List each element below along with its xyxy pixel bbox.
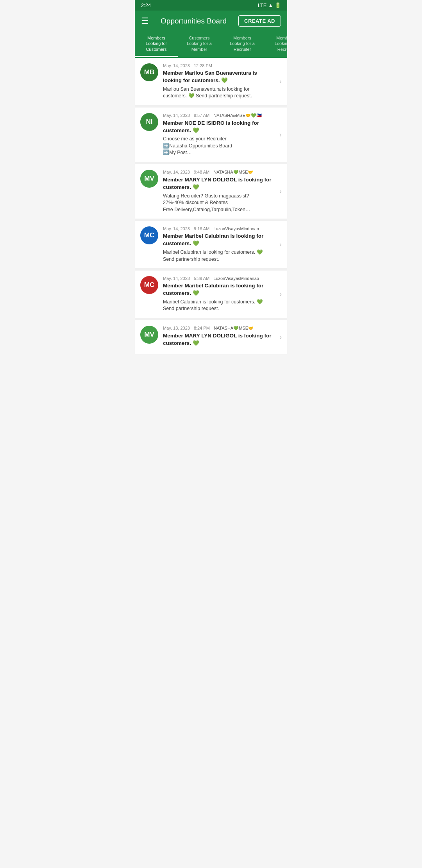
post-content: May. 14, 20239:48 AMNATASHA💚MSE🤝Member M… bbox=[163, 170, 275, 213]
post-body: Maribel Calubiran is looking for custome… bbox=[163, 299, 275, 312]
status-icons: LTE ▲ 🔋 bbox=[258, 2, 281, 8]
list-item[interactable]: MCMay. 14, 20239:16 AMLuzonVisayasMindan… bbox=[135, 221, 287, 268]
post-content: May. 13, 20238:24 PMNATASHA💚MSE🤝Member M… bbox=[163, 326, 275, 349]
post-date: May. 14, 2023 bbox=[163, 276, 190, 281]
post-time: 8:24 PM bbox=[194, 326, 210, 330]
post-meta: May. 14, 20239:48 AMNATASHA💚MSE🤝 bbox=[163, 170, 275, 175]
post-content: May. 14, 20239:57 AMNATASHA&MSE🤝💚🇵🇭Membe… bbox=[163, 113, 275, 156]
menu-icon[interactable]: ☰ bbox=[141, 16, 149, 26]
post-time: 9:16 AM bbox=[194, 226, 209, 231]
avatar: NI bbox=[140, 113, 158, 131]
list-item[interactable]: MVMay. 14, 20239:48 AMNATASHA💚MSE🤝Member… bbox=[135, 164, 287, 219]
chevron-right-icon: › bbox=[279, 131, 282, 139]
avatar: MB bbox=[140, 63, 158, 81]
post-date: May. 14, 2023 bbox=[163, 113, 190, 118]
post-body: Marilou San Buenaventura is looking for … bbox=[163, 86, 275, 100]
tabs-bar: Members Looking for CustomersCustomers L… bbox=[135, 31, 287, 58]
avatar: MV bbox=[140, 170, 158, 188]
post-date: May. 14, 2023 bbox=[163, 226, 190, 231]
post-tag: LuzonVisayasMindanao bbox=[213, 276, 259, 281]
tab-members-recruits[interactable]: Members Looking for Recruits bbox=[264, 31, 287, 57]
post-tag: LuzonVisayasMindanao bbox=[213, 226, 259, 231]
post-title: Member MARY LYN DOLIGOL is looking for c… bbox=[163, 176, 275, 191]
post-meta: May. 14, 20239:57 AMNATASHA&MSE🤝💚🇵🇭 bbox=[163, 113, 275, 118]
post-time: 9:57 AM bbox=[194, 113, 209, 118]
chevron-right-icon: › bbox=[279, 77, 282, 86]
post-time: 5:39 AM bbox=[194, 276, 209, 281]
avatar: MV bbox=[140, 326, 158, 344]
post-tag: NATASHA&MSE🤝💚🇵🇭 bbox=[213, 113, 262, 118]
chevron-right-icon: › bbox=[279, 290, 282, 298]
chevron-right-icon: › bbox=[279, 240, 282, 249]
list-item[interactable]: MCMay. 14, 20235:39 AMLuzonVisayasMindan… bbox=[135, 271, 287, 318]
post-meta: May. 13, 20238:24 PMNATASHA💚MSE🤝 bbox=[163, 326, 275, 331]
post-time: 12:28 PM bbox=[194, 63, 212, 68]
post-meta: May. 14, 20239:16 AMLuzonVisayasMindanao bbox=[163, 226, 275, 231]
post-body: Maribel Calubiran is looking for custome… bbox=[163, 249, 275, 263]
post-title: Member Marilou San Buenaventura is looki… bbox=[163, 70, 275, 84]
chevron-right-icon: › bbox=[279, 333, 282, 341]
avatar: MC bbox=[140, 226, 158, 244]
list-item[interactable]: MVMay. 13, 20238:24 PMNATASHA💚MSE🤝Member… bbox=[135, 320, 287, 354]
avatar: MC bbox=[140, 276, 158, 294]
post-title: Member Maribel Calubiran is looking for … bbox=[163, 282, 275, 297]
tab-customers-member[interactable]: Customers Looking for a Member bbox=[178, 31, 221, 57]
post-tag: NATASHA💚MSE🤝 bbox=[214, 326, 254, 331]
post-title: Member MARY LYN DOLIGOL is looking for c… bbox=[163, 332, 275, 347]
post-feed: MBMay. 14, 202312:28 PMMember Marilou Sa… bbox=[135, 58, 287, 354]
post-content: May. 14, 20239:16 AMLuzonVisayasMindanao… bbox=[163, 226, 275, 263]
post-title: Member NOE DE ISIDRO is looking for cust… bbox=[163, 120, 275, 135]
page-title: Opportunities Board bbox=[149, 17, 238, 25]
post-date: May. 13, 2023 bbox=[163, 326, 190, 330]
chevron-right-icon: › bbox=[279, 187, 282, 195]
post-tag: NATASHA💚MSE🤝 bbox=[213, 170, 253, 175]
tab-members-customers[interactable]: Members Looking for Customers bbox=[135, 31, 178, 57]
post-title: Member Maribel Calubiran is looking for … bbox=[163, 233, 275, 247]
post-meta: May. 14, 202312:28 PM bbox=[163, 63, 275, 68]
list-item[interactable]: MBMay. 14, 202312:28 PMMember Marilou Sa… bbox=[135, 58, 287, 105]
create-ad-button[interactable]: CREATE AD bbox=[238, 15, 281, 27]
post-content: May. 14, 20235:39 AMLuzonVisayasMindanao… bbox=[163, 276, 275, 312]
signal-icon: LTE ▲ bbox=[258, 2, 273, 8]
post-date: May. 14, 2023 bbox=[163, 170, 190, 174]
post-body: Choose me as your Recruiter ➡️Natasha Op… bbox=[163, 136, 275, 156]
battery-icon: 🔋 bbox=[275, 2, 281, 8]
post-time: 9:48 AM bbox=[194, 170, 209, 174]
post-body: Walang Recruiter? Gusto magpaassist? 27%… bbox=[163, 193, 275, 213]
status-bar: 2:24 LTE ▲ 🔋 bbox=[135, 0, 287, 11]
tab-members-recruiter[interactable]: Members Looking for a Recruiter bbox=[221, 31, 264, 57]
post-content: May. 14, 202312:28 PMMember Marilou San … bbox=[163, 63, 275, 100]
list-item[interactable]: NIMay. 14, 20239:57 AMNATASHA&MSE🤝💚🇵🇭Mem… bbox=[135, 108, 287, 162]
header: ☰ Opportunities Board CREATE AD bbox=[135, 11, 287, 31]
status-time: 2:24 bbox=[141, 2, 151, 8]
post-meta: May. 14, 20235:39 AMLuzonVisayasMindanao bbox=[163, 276, 275, 281]
post-date: May. 14, 2023 bbox=[163, 63, 190, 68]
